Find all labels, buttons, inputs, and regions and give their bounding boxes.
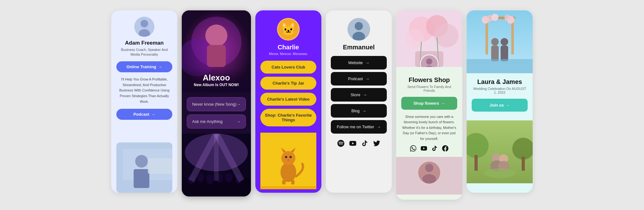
cat-jumping-image bbox=[260, 133, 316, 189]
svg-point-32 bbox=[285, 156, 287, 158]
card-alexoo: Alexoo New Album Is OUT NOW! Never know … bbox=[182, 10, 251, 196]
arrow-icon: → bbox=[236, 102, 241, 107]
cat-avatar: 🐱 bbox=[277, 18, 300, 41]
alexoo-subtitle: New Album Is OUT NOW! bbox=[187, 83, 246, 87]
stage-lights bbox=[182, 134, 251, 196]
flowers-shop-subtitle: Send Flowers To Family And Friends bbox=[401, 85, 457, 92]
twitter-icon[interactable] bbox=[373, 140, 380, 148]
svg-rect-68 bbox=[467, 59, 533, 73]
svg-rect-65 bbox=[491, 46, 499, 61]
store-button[interactable]: Store → bbox=[331, 88, 387, 102]
card-adam-freeman: Adam Freeman Business Coach, Speaker And… bbox=[111, 10, 177, 193]
laura-james-top-image bbox=[467, 10, 533, 73]
facebook-icon[interactable] bbox=[442, 145, 448, 153]
arrow-icon: → bbox=[377, 124, 381, 129]
arrow-icon: → bbox=[362, 108, 366, 113]
wedding-date: Wedding Celebration On AUGUST 1, 2022 bbox=[472, 87, 528, 94]
svg-point-54 bbox=[422, 174, 436, 184]
person-image bbox=[116, 142, 172, 193]
alexoo-top-image: Alexoo New Album Is OUT NOW! bbox=[182, 10, 251, 92]
flowers-bottom-image bbox=[396, 157, 462, 195]
charlie-tagline: Meow. Meeow. Meowww. bbox=[269, 52, 308, 56]
cats-lovers-club-button[interactable]: Cats Lovers Club bbox=[260, 61, 316, 74]
svg-point-63 bbox=[504, 15, 511, 21]
svg-point-38 bbox=[355, 22, 363, 30]
svg-rect-6 bbox=[134, 169, 149, 188]
flowers-shop-content: Flowers Shop Send Flowers To Family And … bbox=[396, 67, 462, 200]
svg-rect-67 bbox=[501, 46, 508, 61]
svg-point-78 bbox=[484, 169, 515, 178]
svg-point-61 bbox=[491, 14, 498, 21]
svg-point-33 bbox=[290, 156, 292, 158]
svg-rect-36 bbox=[291, 180, 295, 184]
card-flowers-shop: Flowers Shop Send Flowers To Family And … bbox=[396, 10, 462, 200]
couple-name: Laura & James bbox=[477, 78, 522, 86]
svg-point-43 bbox=[406, 29, 425, 48]
svg-point-66 bbox=[501, 38, 508, 46]
podcast-button[interactable]: Podcast → bbox=[116, 109, 172, 120]
ask-anything-button[interactable]: Ask me Anything → bbox=[187, 114, 246, 129]
laura-james-content: Laura & James Wedding Celebration On AUG… bbox=[467, 73, 533, 120]
arrow-icon: → bbox=[158, 64, 162, 69]
online-training-button[interactable]: Online Training → bbox=[116, 61, 172, 72]
svg-point-49 bbox=[426, 58, 432, 64]
website-button[interactable]: Website → bbox=[331, 56, 387, 69]
alexoo-overlay: Alexoo New Album Is OUT NOW! bbox=[182, 68, 251, 92]
avatar-adam bbox=[134, 17, 154, 37]
emmanuel-social-icons bbox=[337, 140, 380, 148]
card-laura-james: Laura & James Wedding Celebration On AUG… bbox=[467, 10, 533, 193]
svg-rect-73 bbox=[522, 157, 525, 171]
tip-jar-button[interactable]: Charlie's Tip Jar bbox=[260, 77, 316, 90]
svg-point-53 bbox=[425, 164, 433, 172]
arrow-icon: → bbox=[151, 112, 155, 117]
svg-rect-12 bbox=[207, 45, 226, 67]
youtube-icon-flowers[interactable] bbox=[421, 145, 427, 153]
latest-video-button[interactable]: Charlie's Latest Video bbox=[260, 93, 316, 106]
youtube-icon[interactable] bbox=[349, 140, 356, 148]
charlie-name: Charlie bbox=[278, 44, 299, 51]
favorite-things-button[interactable]: Shop: Charlie's Favorite Things bbox=[260, 109, 316, 126]
svg-point-11 bbox=[205, 25, 227, 47]
svg-point-1 bbox=[141, 20, 148, 27]
never-know-button[interactable]: Never know (New Song) → bbox=[187, 97, 246, 111]
adam-description: I'll Help You Grow A Profitable, Streaml… bbox=[116, 77, 172, 104]
alexoo-name: Alexoo bbox=[187, 73, 246, 83]
svg-point-19 bbox=[197, 173, 204, 182]
arrow-icon: → bbox=[236, 119, 241, 124]
svg-rect-7 bbox=[148, 158, 172, 174]
blog-button[interactable]: Blog → bbox=[331, 104, 387, 118]
flowers-description: Show someone you care with a blooming lo… bbox=[401, 114, 457, 142]
adam-name: Adam Freeman bbox=[125, 40, 164, 46]
card-emmanuel: Emmanuel Website → Podcast → Store → Blo… bbox=[326, 10, 392, 193]
arrow-icon: → bbox=[441, 101, 445, 106]
alexoo-links: Never know (New Song) → Ask me Anything … bbox=[182, 92, 251, 134]
arrow-icon: → bbox=[365, 60, 369, 65]
svg-point-22 bbox=[225, 173, 233, 182]
svg-point-44 bbox=[435, 24, 458, 47]
adam-bottom-image bbox=[116, 142, 172, 193]
card-charlie: 🐱 Charlie Meow. Meeow. Meowww. Cats Love… bbox=[255, 10, 321, 193]
adam-subtitle: Business Coach, Speaker And Media Person… bbox=[116, 47, 172, 57]
join-us-button[interactable]: Join us → bbox=[472, 99, 528, 112]
arrow-icon: → bbox=[363, 92, 367, 97]
laura-james-bottom-image bbox=[467, 120, 533, 183]
svg-rect-71 bbox=[475, 155, 478, 171]
concert-image bbox=[182, 134, 251, 196]
tiktok-icon-flowers[interactable] bbox=[431, 145, 438, 153]
svg-point-28 bbox=[280, 162, 296, 182]
follow-twitter-button[interactable]: Follow me on Twitter → bbox=[331, 120, 387, 134]
emmanuel-name: Emmanuel bbox=[343, 44, 375, 51]
svg-point-29 bbox=[281, 151, 296, 165]
podcast-button-emmanuel[interactable]: Podcast → bbox=[331, 72, 387, 86]
flowers-social-icons bbox=[410, 145, 448, 153]
shop-flowers-button[interactable]: Shop flowers → bbox=[401, 97, 457, 110]
tiktok-icon[interactable] bbox=[361, 140, 368, 148]
svg-point-20 bbox=[206, 174, 214, 184]
svg-rect-35 bbox=[282, 180, 286, 184]
whatsapp-icon[interactable] bbox=[410, 145, 416, 153]
arrow-icon: → bbox=[365, 76, 369, 81]
emmanuel-avatar bbox=[347, 18, 370, 41]
arrow-icon: → bbox=[506, 103, 510, 108]
spotify-icon[interactable] bbox=[337, 140, 344, 148]
svg-point-5 bbox=[135, 155, 148, 168]
